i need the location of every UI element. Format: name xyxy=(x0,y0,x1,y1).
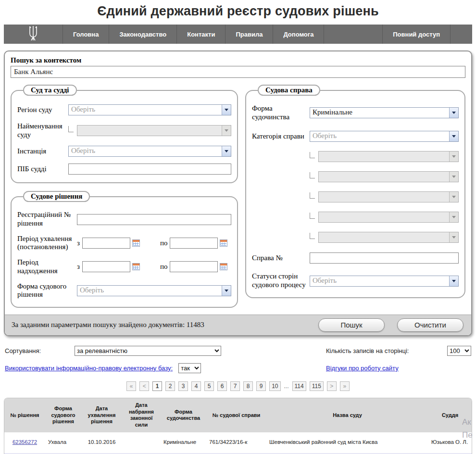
legal-base-link[interactable]: Використовувати інформаційно-правову еле… xyxy=(5,365,173,372)
tryzub-logo[interactable] xyxy=(4,25,63,44)
nav-item-help[interactable]: Допомога xyxy=(273,25,324,44)
justice-form-label: Форма судочинства xyxy=(252,104,310,121)
dropdown-arrow-icon[interactable] xyxy=(222,146,231,156)
per-page-label: Кількість записів на сторінці: xyxy=(326,347,409,354)
page-button-6[interactable]: 6 xyxy=(217,381,227,391)
instance-label: Інстанція xyxy=(17,147,68,156)
adoption-to-input[interactable] xyxy=(170,238,218,249)
calendar-icon[interactable] xyxy=(220,263,227,270)
page-first-button[interactable]: « xyxy=(126,381,136,391)
results-count-text: За заданими параметрами пошуку знайдено … xyxy=(12,321,204,329)
nav-item-full-access[interactable]: Повний доступ xyxy=(382,25,450,44)
dropdown-arrow-icon[interactable] xyxy=(449,108,458,118)
fieldset-court-judges: Суд та судді Регіон суду Оберіть xyxy=(11,85,238,183)
header-justice-form: Форма судочинства xyxy=(161,398,206,432)
case-subcategory-select-4 xyxy=(318,212,459,223)
sub-indent-icon xyxy=(310,172,315,178)
dropdown-arrow-icon[interactable] xyxy=(222,105,231,115)
sort-label: Сортування: xyxy=(5,347,75,354)
reg-number-label: Реєстраційний № рішення xyxy=(17,211,77,227)
to-label: по xyxy=(160,263,168,271)
sub-indent-icon xyxy=(310,233,315,239)
dropdown-arrow-icon[interactable] xyxy=(449,276,458,286)
page-next-button[interactable]: > xyxy=(327,381,337,391)
page-button-1[interactable]: 1 xyxy=(152,381,162,391)
page-button-115[interactable]: 115 xyxy=(310,381,324,391)
table-header-row: № рішення Форма судового рішення Дата ух… xyxy=(4,398,472,432)
context-search-input[interactable] xyxy=(11,66,465,78)
page-button-2[interactable]: 2 xyxy=(165,381,175,391)
justice-form-select[interactable]: Кримінальне xyxy=(310,107,459,118)
results-bar: За заданими параметрами пошуку знайдено … xyxy=(5,315,471,335)
case-subcategory-select-5 xyxy=(318,232,459,243)
dropdown-arrow-icon xyxy=(222,126,231,136)
legal-base-select[interactable]: так xyxy=(178,363,201,373)
judge-name-label: ПІБ судді xyxy=(17,165,68,174)
nav-item-contacts[interactable]: Контакти xyxy=(176,25,225,44)
page-button-9[interactable]: 9 xyxy=(256,381,266,391)
dropdown-arrow-icon[interactable] xyxy=(222,286,231,296)
fieldset-court-judges-legend: Суд та судді xyxy=(23,85,77,96)
court-name-label: Найменування суду xyxy=(17,122,68,139)
header-legal-force-date: Дата набрання законної сили xyxy=(122,398,161,432)
calendar-icon[interactable] xyxy=(132,240,140,247)
decision-form-label: Форма судового рішення xyxy=(17,282,77,299)
adoption-from-input[interactable] xyxy=(82,238,130,249)
page-button-10[interactable]: 10 xyxy=(269,381,280,391)
fieldset-case-legend: Судова справа xyxy=(258,85,320,96)
fieldset-case: Судова справа Форма судочинства Кримінал… xyxy=(245,85,465,298)
to-label: по xyxy=(160,239,168,247)
clear-button[interactable]: Очистити xyxy=(397,318,463,332)
case-number-input[interactable] xyxy=(310,252,459,264)
receipt-from-input[interactable] xyxy=(82,261,130,272)
calendar-icon[interactable] xyxy=(132,263,140,270)
adoption-period-label: Період ухвалення (постановлення) xyxy=(17,235,77,252)
from-label: з xyxy=(77,239,80,247)
nav-item-rules[interactable]: Правила xyxy=(225,25,273,44)
receipt-to-input[interactable] xyxy=(170,261,218,272)
sub-indent-icon xyxy=(310,192,315,199)
header-adoption-date: Дата ухвалення рішення xyxy=(81,398,122,432)
header-decision-form: Форма судового рішення xyxy=(45,398,81,432)
page-button-4[interactable]: 4 xyxy=(191,381,201,391)
decision-link[interactable]: 62356272 xyxy=(13,439,37,445)
reg-number-input[interactable] xyxy=(77,214,231,225)
search-button[interactable]: Пошук xyxy=(318,318,385,332)
dropdown-arrow-icon xyxy=(449,232,458,242)
main-nav: Головна Законодавство Контакти Правила Д… xyxy=(4,25,472,44)
per-page-select[interactable]: 100 xyxy=(447,346,471,356)
page-button-5[interactable]: 5 xyxy=(204,381,214,391)
page-button-8[interactable]: 8 xyxy=(243,381,253,391)
dropdown-arrow-icon xyxy=(449,212,458,222)
nav-item-home[interactable]: Головна xyxy=(63,25,109,44)
page-button-114[interactable]: 114 xyxy=(292,381,306,391)
instance-select[interactable]: Оберіть xyxy=(68,146,231,157)
page-button-3[interactable]: 3 xyxy=(178,381,188,391)
pagination-ellipsis: ... xyxy=(284,383,289,390)
fieldset-decision-legend: Судове рішення xyxy=(23,191,90,202)
pagination: « < 1 2 3 4 5 6 7 8 9 10 ... 114 115 > » xyxy=(0,381,476,391)
nav-item-legislation[interactable]: Законодавство xyxy=(109,25,176,44)
list-controls: Сортування: за релевантністю Кількість з… xyxy=(5,346,471,373)
search-panel: Пошук за контекстом Суд та судді Регіон … xyxy=(4,50,472,336)
party-status-select[interactable]: Оберіть xyxy=(310,276,459,287)
case-category-select[interactable]: Оберіть xyxy=(310,131,459,142)
page-prev-button[interactable]: < xyxy=(139,381,149,391)
dropdown-arrow-icon[interactable] xyxy=(449,131,458,141)
case-subcategory-select-1 xyxy=(318,151,459,162)
region-label: Регіон суду xyxy=(17,106,68,114)
sort-select[interactable]: за релевантністю xyxy=(75,346,221,356)
fieldset-decision: Судове рішення Реєстраційний № рішення П… xyxy=(11,191,238,308)
judge-name-input[interactable] xyxy=(68,164,231,175)
page-button-7[interactable]: 7 xyxy=(230,381,240,391)
sub-indent-icon xyxy=(310,152,315,158)
feedback-link[interactable]: Відгуки про роботу сайту xyxy=(326,365,399,372)
header-court-name: Назва суду xyxy=(266,398,428,432)
case-subcategory-select-3 xyxy=(318,191,459,202)
sub-indent-icon xyxy=(68,126,74,132)
calendar-icon[interactable] xyxy=(220,240,227,247)
page-last-button[interactable]: » xyxy=(340,381,350,391)
region-select[interactable]: Оберіть xyxy=(68,104,231,115)
page-title: Єдиний державний реєстр судових рішень xyxy=(0,0,476,19)
decision-form-select[interactable]: Оберіть xyxy=(77,285,231,296)
